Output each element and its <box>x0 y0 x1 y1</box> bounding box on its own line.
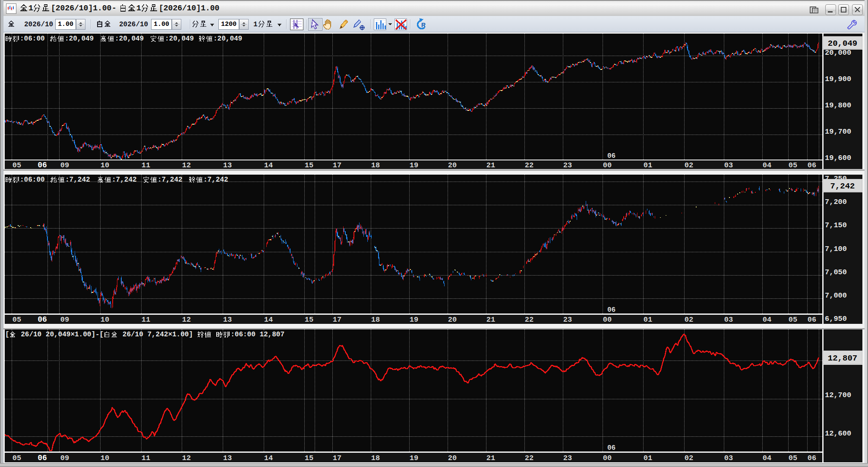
svg-text:2: 2 <box>21 331 25 338</box>
svg-text:0: 0 <box>173 35 177 43</box>
svg-text:10: 10 <box>101 161 109 169</box>
svg-text:7,242: 7,242 <box>830 182 855 191</box>
svg-text:0: 0 <box>81 35 85 43</box>
svg-text:4: 4 <box>160 331 164 338</box>
svg-text:7: 7 <box>116 176 120 184</box>
svg-text:0: 0 <box>24 35 28 43</box>
svg-text:0: 0 <box>41 35 45 43</box>
svg-text:06: 06 <box>808 454 816 462</box>
svg-text:2: 2 <box>46 331 50 338</box>
svg-text:00: 00 <box>603 316 612 324</box>
svg-text:,: , <box>226 35 230 43</box>
svg-text:0: 0 <box>58 331 63 338</box>
svg-text:×: × <box>70 331 75 338</box>
svg-text::: : <box>158 176 162 184</box>
svg-text:0: 0 <box>139 331 143 338</box>
svg-text:0: 0 <box>180 331 185 338</box>
svg-text::: : <box>112 176 116 184</box>
svg-text:.: . <box>79 331 83 338</box>
svg-text:01: 01 <box>644 454 652 462</box>
svg-text::: : <box>65 35 69 43</box>
svg-text:02: 02 <box>685 316 693 324</box>
svg-text:0: 0 <box>247 331 252 338</box>
svg-text:,: , <box>152 331 156 338</box>
svg-text:13: 13 <box>223 316 232 324</box>
svg-text:12: 12 <box>182 316 191 324</box>
svg-text:18: 18 <box>371 316 380 324</box>
svg-text:4: 4 <box>234 35 238 43</box>
svg-text:0: 0 <box>50 331 54 338</box>
svg-text:19,800: 19,800 <box>825 101 851 110</box>
svg-text:09: 09 <box>60 161 69 169</box>
svg-text:,: , <box>77 35 82 43</box>
svg-text:2: 2 <box>178 176 183 184</box>
svg-text:4: 4 <box>174 176 178 184</box>
svg-text:4: 4 <box>136 35 140 43</box>
svg-text:2: 2 <box>124 176 129 184</box>
svg-text:01: 01 <box>644 161 652 169</box>
svg-text:0: 0 <box>83 331 87 338</box>
svg-text:15: 15 <box>305 161 313 169</box>
svg-text:0: 0 <box>24 176 28 184</box>
svg-text:6: 6 <box>28 35 32 43</box>
svg-text:11: 11 <box>142 161 150 169</box>
svg-text:7: 7 <box>162 176 166 184</box>
svg-text:4: 4 <box>62 331 66 338</box>
svg-text:0: 0 <box>221 35 226 43</box>
svg-text:4: 4 <box>82 176 86 184</box>
svg-text:15: 15 <box>305 316 313 324</box>
svg-text:0: 0 <box>36 35 41 43</box>
svg-text:2: 2 <box>78 176 82 184</box>
svg-text:22: 22 <box>525 316 533 324</box>
svg-text:[: [ <box>5 331 9 338</box>
svg-text:1: 1 <box>259 331 264 338</box>
svg-text:20: 20 <box>448 161 457 169</box>
svg-text:23: 23 <box>563 454 572 462</box>
svg-text:12,700: 12,700 <box>825 391 851 399</box>
svg-text:0: 0 <box>185 331 189 338</box>
svg-text:.: . <box>177 331 181 338</box>
svg-text:09: 09 <box>60 454 69 462</box>
svg-text:7,050: 7,050 <box>825 268 847 276</box>
svg-text:,: , <box>54 331 58 338</box>
svg-text:17: 17 <box>333 454 341 462</box>
svg-text:4: 4 <box>186 35 190 43</box>
svg-text:05: 05 <box>13 454 21 462</box>
svg-text:4: 4 <box>85 35 90 43</box>
svg-text:,: , <box>177 35 182 43</box>
svg-text:0: 0 <box>235 331 239 338</box>
svg-text:/: / <box>131 331 135 338</box>
svg-text:11: 11 <box>142 454 150 462</box>
svg-text:1: 1 <box>135 331 139 338</box>
svg-text:1: 1 <box>172 331 177 338</box>
svg-text:/: / <box>29 331 33 338</box>
svg-text::: : <box>165 35 169 43</box>
svg-text:23: 23 <box>563 161 572 169</box>
svg-text:6: 6 <box>28 176 32 184</box>
svg-text:2: 2 <box>170 176 174 184</box>
svg-text::: : <box>65 176 69 184</box>
svg-text:8: 8 <box>272 331 276 338</box>
svg-text:04: 04 <box>763 316 771 324</box>
svg-text:-: - <box>95 331 100 338</box>
svg-text:19: 19 <box>410 161 418 169</box>
svg-text:7: 7 <box>208 176 212 184</box>
svg-text:14: 14 <box>264 161 273 169</box>
svg-text:05: 05 <box>13 316 21 324</box>
svg-text:[: [ <box>100 331 104 338</box>
svg-text:0: 0 <box>276 331 281 338</box>
svg-text:11: 11 <box>142 316 150 324</box>
svg-text:15: 15 <box>305 454 313 462</box>
svg-text:9: 9 <box>66 331 71 338</box>
svg-text::: : <box>213 35 218 43</box>
svg-text:7: 7 <box>147 331 152 338</box>
svg-text:2: 2 <box>133 176 137 184</box>
svg-text:1: 1 <box>75 331 79 338</box>
svg-text:06: 06 <box>607 306 615 314</box>
svg-text:6: 6 <box>126 331 131 338</box>
svg-text:,: , <box>268 331 272 338</box>
svg-text:4: 4 <box>220 176 224 184</box>
svg-text:02: 02 <box>685 161 693 169</box>
svg-text:2: 2 <box>156 331 160 338</box>
svg-text:10: 10 <box>101 454 109 462</box>
